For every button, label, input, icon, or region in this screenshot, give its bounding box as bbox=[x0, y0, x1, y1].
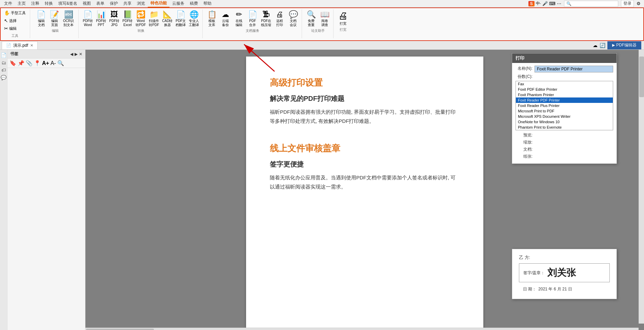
btn-pdf-to-excel[interactable]: 📗 PDF转Excel bbox=[121, 9, 134, 28]
btn-pdf-to-ppt[interactable]: 📊 PDF转PPT bbox=[95, 9, 107, 28]
sidebar-title: 书签 bbox=[10, 51, 18, 57]
edit-group-label: 编辑 bbox=[35, 28, 76, 33]
btn-cloud-backup[interactable]: ☁ 云端备份 bbox=[219, 9, 232, 28]
btn-pdf-compress[interactable]: 🗜 PDF在线压缩 bbox=[260, 9, 273, 28]
printer-foxit-reader-plus[interactable]: Foxit Reader Plus Printer bbox=[516, 103, 613, 108]
menu-file[interactable]: 文件 bbox=[1, 0, 15, 7]
menu-cloud[interactable]: 云服务 bbox=[169, 0, 187, 7]
print-name-input[interactable]: Foxit Reader PDF Printer bbox=[535, 66, 613, 72]
ribbon-group-print: 🖨 打宽 打宽 bbox=[334, 9, 352, 38]
scan-pdf-label: 扫描件转PDF bbox=[149, 19, 159, 27]
btn-doc-meeting[interactable]: 💬 文档会议 bbox=[287, 9, 300, 28]
select-tool-btn[interactable]: ↖ 选择 bbox=[3, 17, 27, 24]
menu-annotate[interactable]: 注释 bbox=[28, 0, 42, 7]
ime-icon-zh[interactable]: 中· bbox=[536, 1, 541, 6]
printer-foxit-reader[interactable]: Foxit Reader PDF Printer bbox=[516, 97, 613, 103]
btn-edit-page[interactable]: 📝 编辑页面 bbox=[48, 9, 61, 28]
sync-icon[interactable]: 🔄 bbox=[600, 43, 605, 48]
edit-label: 编辑 bbox=[9, 26, 17, 31]
ribbon-group-paper: 🔍 免费查重 📖 阅卷调查 论文助手 bbox=[303, 9, 334, 38]
btn-cad-converter[interactable]: 📐 CAD转换器 bbox=[161, 9, 174, 28]
printer-foxit-phantom[interactable]: Foxit Phantom Printer bbox=[516, 92, 613, 97]
btn-ocr[interactable]: 🔤 OCR识别文本 bbox=[61, 9, 76, 28]
stamp-party-row: 乙 方: bbox=[519, 255, 610, 261]
hand-tool-btn[interactable]: ✋ 手型工具 bbox=[3, 9, 27, 16]
menu-protect[interactable]: 保护 bbox=[107, 0, 121, 7]
sidebar-close[interactable]: ✕ bbox=[79, 52, 82, 57]
printer-foxit-editor[interactable]: Foxit PDF Editor Printer bbox=[516, 87, 613, 92]
btn-pdf-translate[interactable]: 📄 PDF文档翻译 bbox=[174, 9, 187, 28]
scrollbar-thumb[interactable] bbox=[639, 57, 644, 97]
stamp-date-value: 2021 年 6 月 21 日 bbox=[538, 286, 572, 292]
menu-convert[interactable]: 转换 bbox=[42, 0, 56, 7]
bookmark-outline-icon[interactable]: 🔖 bbox=[9, 60, 16, 66]
template-label: 模板文库 bbox=[208, 19, 215, 27]
menu-share[interactable]: 共享 bbox=[121, 0, 134, 7]
bookmark-add3-icon[interactable]: 📍 bbox=[34, 60, 41, 66]
btn-pdf-to-jpg[interactable]: 🖼 PDF转JPG bbox=[108, 9, 121, 28]
menu-browse[interactable]: 浏览 bbox=[134, 0, 148, 7]
btn-template[interactable]: 📋 模板文库 bbox=[205, 9, 218, 28]
ime-icon-keyboard[interactable]: ⌨ bbox=[549, 1, 556, 6]
menu-home[interactable]: 主页 bbox=[15, 0, 28, 7]
sidebar-nav-left[interactable]: ◀ bbox=[70, 52, 73, 57]
menu-view[interactable]: 视图 bbox=[80, 0, 94, 7]
btn-online-edit[interactable]: ✏ 在线编辑 bbox=[233, 9, 245, 28]
compress-icon: 🗜 bbox=[262, 10, 270, 19]
btn-remote-print[interactable]: 🖨 远程打印 bbox=[273, 9, 286, 28]
printer-fax[interactable]: Fax bbox=[516, 81, 613, 87]
text-smaller-icon[interactable]: A- bbox=[51, 60, 56, 66]
btn-pdf-to-word[interactable]: 📄 PDF转Word bbox=[81, 9, 94, 28]
btn-survey[interactable]: 📖 阅卷调查 bbox=[318, 9, 331, 28]
printer-ms-pdf[interactable]: Microsoft Print to PDF bbox=[516, 108, 613, 114]
hand-tool-label: 手型工具 bbox=[11, 10, 26, 16]
ime-icon-mic[interactable]: 🎤 bbox=[542, 1, 548, 6]
btn-free-check[interactable]: 🔍 免费查重 bbox=[305, 9, 318, 28]
login-button[interactable]: 登录 bbox=[621, 0, 634, 7]
sidebar-nav-right[interactable]: ▶ bbox=[75, 52, 78, 57]
btn-pdf-merge[interactable]: 📄 PDF合并 bbox=[246, 9, 259, 28]
settings-icon[interactable]: ⚙ bbox=[637, 1, 641, 6]
printer-phantom-evernote[interactable]: Phantom Print to Evernote bbox=[516, 125, 613, 130]
search-box[interactable]: 🔍 bbox=[564, 1, 618, 7]
bookmark-add-icon[interactable]: 📌 bbox=[18, 60, 24, 66]
h-scrollbar-thumb[interactable] bbox=[86, 329, 154, 330]
print-preview-label: 预览: bbox=[516, 132, 532, 138]
print-paper-row: 纸张: bbox=[516, 154, 613, 159]
print-name-value: Foxit Reader PDF Printer bbox=[537, 67, 583, 71]
menu-fee[interactable]: 稿费 bbox=[187, 0, 201, 7]
sidebar-icon-layers[interactable]: 🗂 bbox=[1, 60, 6, 65]
text-larger-icon[interactable]: A+ bbox=[42, 60, 49, 66]
tools-group-label: 工具 bbox=[3, 34, 27, 38]
menu-fill-sign[interactable]: 填写&签名 bbox=[56, 0, 80, 7]
stamp-date-label: 日 期： bbox=[523, 286, 536, 292]
menu-help[interactable]: 帮助 bbox=[201, 0, 214, 7]
vertical-scrollbar[interactable] bbox=[639, 50, 644, 324]
sidebar-icon-comment[interactable]: 💬 bbox=[1, 75, 6, 80]
sidebar-icon-page[interactable]: 📄 bbox=[1, 52, 6, 58]
sidebar-search-icon[interactable]: 🔍 bbox=[57, 60, 64, 66]
menu-form[interactable]: 表单 bbox=[94, 0, 107, 7]
bookmark-add2-icon[interactable]: 📎 bbox=[26, 60, 33, 66]
printer-onenote[interactable]: OneNote for Windows 10 bbox=[516, 119, 613, 125]
edit-tool-btn[interactable]: ✂ 编辑 bbox=[3, 25, 27, 32]
pdf-merge-icon: 📄 bbox=[248, 10, 257, 19]
print-doc-label: 文档: bbox=[516, 147, 532, 152]
pdf-editor-button[interactable]: ▶ PDF编辑器 bbox=[607, 41, 641, 49]
word-pdf-icon: 🔁 bbox=[136, 10, 145, 19]
sidebar-icon-tag[interactable]: 🏷 bbox=[1, 67, 6, 73]
print-printer-list: Fax Foxit PDF Editor Printer Foxit Phant… bbox=[516, 81, 613, 130]
ime-icon-more[interactable]: ⋯ bbox=[557, 1, 561, 6]
horizontal-scrollbar[interactable] bbox=[85, 328, 639, 330]
print-group-label: 打宽 bbox=[336, 27, 350, 32]
btn-print[interactable]: 🖨 打宽 bbox=[336, 9, 350, 27]
btn-scan-to-pdf[interactable]: 📁 扫描件转PDF bbox=[147, 9, 160, 28]
menu-special[interactable]: 特色功能 bbox=[148, 0, 169, 7]
btn-pro-translate[interactable]: 🌐 专业人工翻译 bbox=[187, 9, 200, 28]
cloud-sync-icon[interactable]: ☁ bbox=[593, 43, 598, 48]
printer-ms-xps[interactable]: Microsoft XPS Document Writer bbox=[516, 114, 613, 119]
doc-tab[interactable]: 📄 演示.pdf ✕ bbox=[2, 41, 38, 49]
btn-edit-doc[interactable]: 📄 编辑文档 bbox=[35, 9, 47, 28]
btn-word-to-pdf[interactable]: 🔁 Word转PDF bbox=[134, 9, 147, 28]
tab-close-btn[interactable]: ✕ bbox=[30, 43, 33, 48]
